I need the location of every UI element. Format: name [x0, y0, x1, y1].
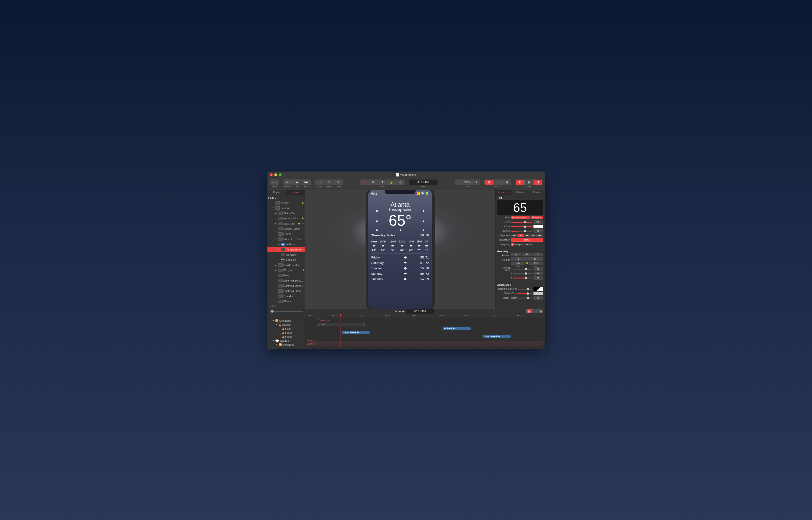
- util-panel-3[interactable]: ▤: [502, 180, 511, 185]
- layer-row[interactable]: ▶Status Bar🔒👁: [267, 221, 305, 226]
- anchor-y-val[interactable]: 0: [534, 272, 543, 275]
- size-value[interactable]: 100: [534, 220, 543, 224]
- color-slider[interactable]: [511, 226, 533, 227]
- timeline-track-name[interactable]: Flicker: [267, 335, 305, 339]
- layer-row[interactable]: ▼Clouds: [267, 299, 305, 304]
- tl-play-button[interactable]: ▶: [399, 310, 401, 313]
- util-panel-1[interactable]: ▦: [485, 180, 493, 185]
- layer-row[interactable]: Home Indicator🔒: [267, 216, 305, 221]
- layer-row[interactable]: ▶W…yer⧉: [267, 268, 305, 273]
- view-left[interactable]: ◧: [516, 180, 524, 185]
- align-right[interactable]: ☰: [524, 234, 530, 237]
- align-left[interactable]: ☰: [511, 234, 517, 237]
- bg-color-slider[interactable]: [518, 289, 533, 290]
- maximize-button[interactable]: [279, 174, 281, 176]
- wrapping-checkbox[interactable]: [511, 243, 514, 246]
- anchor-z-val[interactable]: 0: [534, 276, 543, 280]
- zoom-out-button[interactable]: −: [455, 180, 462, 185]
- magnify-tool[interactable]: 🔍: [369, 180, 378, 185]
- pos-y[interactable]: 52: [522, 253, 532, 256]
- tab-inspector[interactable]: Inspector: [495, 190, 512, 195]
- timeline-tracks[interactable]: 00:0000:0100:0200:0300:0400:0500:0600:07…: [305, 314, 545, 349]
- tab-assets[interactable]: Assets: [528, 190, 545, 195]
- width-field[interactable]: 181: [511, 262, 525, 265]
- present-button[interactable]: ▭: [315, 180, 324, 185]
- artboard-tool[interactable]: ▢: [396, 180, 405, 185]
- export-button[interactable]: ⇧: [324, 180, 334, 185]
- pos-z[interactable]: 0: [533, 253, 543, 256]
- view-right[interactable]: ◨: [534, 180, 542, 185]
- util-panel-2[interactable]: ▭: [493, 180, 502, 185]
- spacing-value[interactable]: 0: [534, 229, 543, 233]
- size-slider[interactable]: [511, 222, 533, 223]
- spacing-slider[interactable]: [511, 231, 533, 232]
- temperature-layer[interactable]: 65°: [389, 212, 412, 229]
- time-display[interactable]: 00:01:403: [409, 180, 438, 185]
- canvas[interactable]: 9:41 📶 📡 🔋 Atlanta Thundershowers 65°: [305, 190, 495, 309]
- bar-flicker-1[interactable]: Flicker: [342, 331, 370, 334]
- timeline-track-name[interactable]: ▼◆Animations: [267, 319, 305, 323]
- bar-flicker-2[interactable]: Flicker: [483, 335, 511, 338]
- layer-row[interactable]: ▶▶Actions: [267, 242, 305, 247]
- color-swatch[interactable]: [534, 225, 543, 228]
- align-natural[interactable]: •••: [537, 234, 543, 237]
- code-button[interactable]: ✎: [334, 180, 343, 185]
- tab-pages[interactable]: Pages: [267, 190, 286, 195]
- timeline-track-name[interactable]: ▼Clouds 6: [267, 339, 305, 343]
- anchor-x-val[interactable]: 0: [534, 267, 543, 271]
- layer-row[interactable]: Footer Divider: [267, 226, 305, 231]
- font-select[interactable]: (System) San…: [511, 216, 530, 219]
- tl-filter-text[interactable]: Filter: [272, 348, 277, 349]
- play-button[interactable]: ▶: [292, 180, 301, 185]
- tl-prev-button[interactable]: ⏮: [395, 310, 397, 313]
- layer-row[interactable]: ▶Temperature: [267, 247, 305, 252]
- bounds-x[interactable]: 0: [511, 257, 527, 261]
- layer-row[interactable]: ▼Current L…Conditions: [267, 237, 305, 242]
- timeline-track-name[interactable]: Flicker: [267, 331, 305, 335]
- pan-tool[interactable]: ✥: [378, 180, 387, 185]
- border-color-swatch[interactable]: [534, 292, 543, 295]
- tl-view-1[interactable]: ▦: [526, 309, 532, 313]
- tl-view-3[interactable]: ▤: [538, 309, 543, 313]
- layer-row[interactable]: ▶Status Bar: [267, 211, 305, 216]
- tab-layers[interactable]: Layers: [286, 190, 305, 195]
- align-center[interactable]: ☰: [517, 234, 524, 237]
- tab-library[interactable]: Library: [512, 190, 528, 195]
- tl-view-2[interactable]: ▭: [532, 309, 538, 313]
- align-justify[interactable]: ☰: [530, 234, 537, 237]
- layer-row[interactable]: Footer: [267, 231, 305, 237]
- slow-button[interactable]: ▶▶: [302, 180, 311, 185]
- anchor-z-slider[interactable]: [513, 278, 532, 279]
- anchor-x-slider[interactable]: [513, 268, 533, 269]
- bar-flash[interactable]: •: [443, 327, 471, 330]
- layer-row[interactable]: Thunder: [267, 293, 305, 299]
- layer-row[interactable]: Lightning Flash: [267, 288, 305, 293]
- bg-color-swatch[interactable]: [534, 287, 543, 291]
- layer-row[interactable]: Condition: [267, 252, 305, 257]
- truncation-select[interactable]: None: [511, 238, 543, 242]
- insert-button[interactable]: ＋ ▾: [270, 180, 279, 185]
- lock-tool[interactable]: 🔒: [387, 180, 396, 185]
- close-button[interactable]: [270, 174, 273, 176]
- bar-positionx[interactable]: position.x: [306, 343, 544, 345]
- layer-row[interactable]: iPhoneX🔒: [267, 200, 305, 205]
- selection-box[interactable]: [377, 211, 423, 230]
- anchor-y-slider[interactable]: [513, 273, 533, 274]
- zoom-value[interactable]: 100%: [462, 180, 473, 185]
- weight-select[interactable]: Ultralight: [531, 216, 543, 219]
- pos-x[interactable]: 0: [511, 253, 521, 256]
- tl-next-button[interactable]: ⏭: [402, 310, 405, 313]
- height-field[interactable]: 109: [529, 262, 543, 265]
- layer-row[interactable]: ▼Screen: [267, 205, 305, 211]
- timeline-time-display[interactable]: 00:01:403: [406, 309, 435, 314]
- border-color-slider[interactable]: [518, 293, 533, 294]
- border-width-val[interactable]: 0: [534, 296, 543, 300]
- rewind-button[interactable]: ⏮: [283, 180, 292, 185]
- filter-placeholder[interactable]: Filter: [272, 305, 277, 308]
- bounds-y[interactable]: 0: [527, 257, 543, 261]
- bar-clouds6[interactable]: Clouds 6: [306, 339, 544, 341]
- timeline-track-name[interactable]: ▼Thunder: [267, 323, 305, 327]
- bar-thunderflash[interactable]: ThunderFlash: [318, 319, 544, 321]
- layer-row[interactable]: Lightning Strike 2: [267, 278, 305, 283]
- timeline-zoom-slider[interactable]: [270, 311, 303, 312]
